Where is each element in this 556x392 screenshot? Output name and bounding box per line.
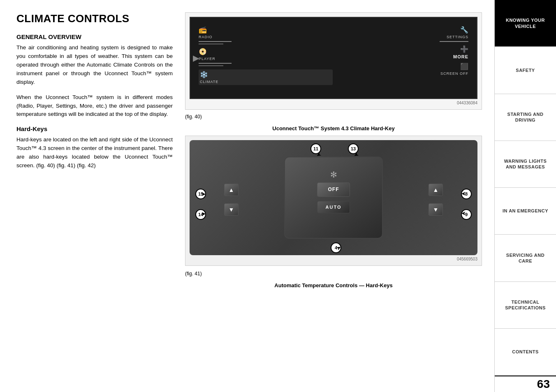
- more-icon: ➕: [460, 45, 468, 53]
- fig40-number: 044336084: [190, 101, 477, 105]
- fig41-number: 045669503: [190, 257, 477, 261]
- climate-label: CLIMATE: [200, 80, 218, 84]
- player-icon-item: 📀 PLAYER: [199, 48, 333, 66]
- screen-arrow-pointer: ▶: [193, 53, 199, 63]
- fig40-title: Uconnect Touch™ System 4.3 Climate Hard-…: [185, 125, 482, 131]
- section1-text1: The air conditioning and heating system …: [16, 44, 173, 87]
- settings-icon: 🔧: [460, 26, 468, 34]
- fig40-container: ▶ 📻 RADIO 📀 PLAYER: [185, 12, 482, 110]
- screen-icons: 📻 RADIO 📀 PLAYER ❄️: [190, 18, 477, 98]
- player-label: PLAYER: [199, 57, 215, 61]
- page-number-row: 63: [495, 376, 556, 392]
- climate-control-wrapper: 11 13 15 14 8 9 4 ✻ OFF AUTO ▲: [190, 140, 477, 255]
- radio-icon: 📻: [199, 26, 207, 34]
- arrow-to-8: ➤: [461, 191, 466, 197]
- right-down-arrow-button[interactable]: ▼: [429, 203, 443, 216]
- figures-column: ▶ 📻 RADIO 📀 PLAYER: [185, 12, 482, 384]
- sidebar-item-warning[interactable]: WARNING LIGHTS AND MESSAGES: [495, 141, 556, 188]
- screen-image: ▶ 📻 RADIO 📀 PLAYER: [190, 17, 477, 99]
- center-control-unit: ✻ OFF AUTO: [284, 157, 383, 239]
- fig41-container: 11 13 15 14 8 9 4 ✻ OFF AUTO ▲: [185, 136, 482, 266]
- sidebar-item-knowing[interactable]: KNOWING YOUR VEHICLE: [495, 0, 556, 47]
- text-column: CLIMATE CONTROLS GENERAL OVERVIEW The ai…: [16, 12, 173, 384]
- radio-icon-item: 📻 RADIO: [199, 26, 333, 44]
- player-icon: 📀: [199, 48, 207, 55]
- page-number: 63: [537, 378, 550, 391]
- left-down-arrow-button[interactable]: ▼: [224, 203, 239, 216]
- sidebar-item-starting[interactable]: STARTING AND DRIVING: [495, 94, 556, 141]
- right-up-arrow-button[interactable]: ▲: [429, 184, 443, 196]
- screenoff-label: SCREEN OFF: [440, 71, 468, 76]
- section1-text2: When the Uconnect Touch™ system is in di…: [16, 93, 173, 119]
- screenoff-icon-item: ⬛ SCREEN OFF: [440, 62, 468, 76]
- auto-button[interactable]: AUTO: [317, 201, 350, 213]
- screenoff-icon: ⬛: [460, 62, 468, 70]
- off-button[interactable]: OFF: [317, 182, 350, 197]
- section2-text: Hard-keys are located on the left and ri…: [16, 136, 173, 170]
- section2-heading: Hard-Keys: [16, 125, 173, 132]
- sidebar-item-servicing[interactable]: SERVICING AND CARE: [495, 235, 556, 281]
- main-content: CLIMATE CONTROLS GENERAL OVERVIEW The ai…: [0, 0, 494, 392]
- sidebar-item-safety[interactable]: SAFETY: [495, 47, 556, 94]
- left-up-arrow-button[interactable]: ▲: [224, 184, 239, 196]
- settings-icon-item: 🔧 SETTINGS: [440, 26, 468, 42]
- arrow-to-15: ➤: [201, 191, 206, 197]
- climate-control-image: 11 13 15 14 8 9 4 ✻ OFF AUTO ▲: [190, 140, 477, 255]
- settings-label: SETTINGS: [447, 35, 468, 39]
- sidebar-item-contents[interactable]: CONTENTS: [495, 329, 556, 376]
- sidebar-item-emergency[interactable]: IN AN EMERGENCY: [495, 188, 556, 235]
- fig40-caption-text: (fig. 40): [185, 114, 482, 120]
- arrow-to-9: ➤: [461, 210, 466, 217]
- page-title: CLIMATE CONTROLS: [16, 12, 173, 25]
- fig41-caption-text: (fig. 41): [185, 271, 482, 277]
- climate-icon: ❄️: [200, 71, 208, 78]
- screen-top-right: 🔧 SETTINGS ➕ MORE ⬛ SCREEN OFF: [335, 26, 469, 90]
- climate-icon-item: ❄️ CLIMATE: [199, 69, 333, 85]
- section1-heading: GENERAL OVERVIEW: [16, 33, 173, 40]
- fan-icon: ✻: [330, 170, 337, 180]
- more-label: MORE: [453, 54, 468, 59]
- sidebar: KNOWING YOUR VEHICLE SAFETY STARTING AND…: [494, 0, 556, 392]
- arrow-to-14: ➤: [201, 210, 206, 217]
- radio-label: RADIO: [199, 35, 213, 39]
- sidebar-item-technical[interactable]: TECHNICAL SPECIFICATIONS: [495, 282, 556, 329]
- screen-top-left: 📻 RADIO 📀 PLAYER ❄️: [199, 26, 333, 90]
- more-icon-item: ➕ MORE: [453, 45, 468, 59]
- fig41-title: Automatic Temperature Controls — Hard-Ke…: [185, 282, 482, 288]
